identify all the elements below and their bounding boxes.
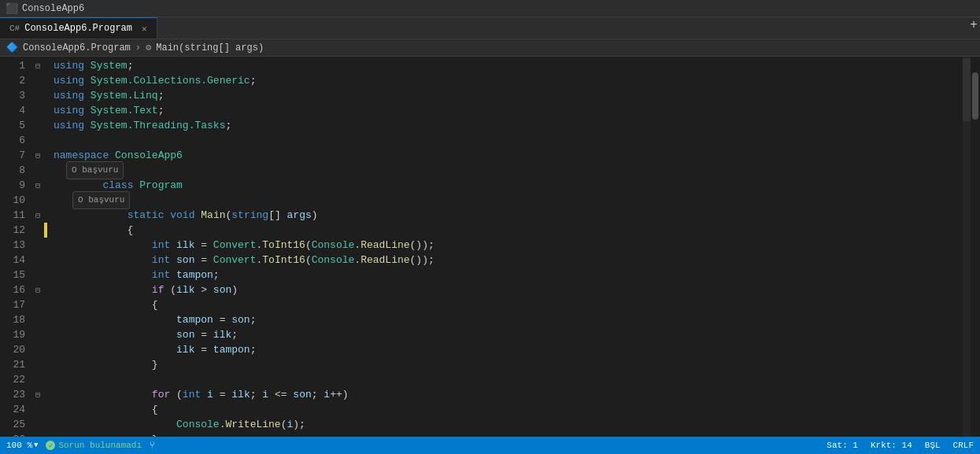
token-punct	[54, 312, 176, 327]
fold-icon-16[interactable]: ⊟	[31, 282, 44, 297]
fold-icon-23[interactable]: ⊟	[31, 387, 44, 402]
code-line-3: using System.Linq;	[54, 88, 963, 103]
token-var-name: son	[231, 312, 250, 327]
line-num-1: 1	[3, 58, 25, 73]
encoding[interactable]: BŞL	[925, 441, 941, 450]
token-punct	[201, 387, 207, 402]
cursor-column[interactable]: Krkt: 14	[871, 441, 912, 450]
tab-label: ConsoleApp6.Program	[24, 23, 132, 34]
new-tab-button[interactable]: +	[967, 19, 980, 31]
token-var-name: tampon	[176, 268, 213, 282]
scrollbar-thumb[interactable]	[972, 72, 978, 120]
token-punct: ;	[128, 58, 134, 73]
token-var-name: i	[324, 387, 330, 402]
fold-icon-7[interactable]: ⊟	[31, 148, 44, 163]
token-punct: .	[256, 253, 262, 268]
line-num-8: 8	[3, 163, 25, 178]
line-num-20: 20	[3, 342, 25, 357]
line-num-11: 11	[3, 208, 25, 223]
line-num-13: 13	[3, 238, 25, 253]
tab-close-icon[interactable]: ✕	[142, 24, 147, 34]
code-editor[interactable]: using System;using System.Collections.Ge…	[47, 57, 963, 437]
token-kw-int: int	[152, 253, 170, 268]
token-var-name: ilk	[176, 238, 194, 253]
fold-icon-8	[31, 163, 44, 178]
token-punct: >	[194, 282, 213, 297]
fold-icon-11[interactable]: ⊟	[31, 208, 44, 223]
token-punct: ++)	[330, 387, 348, 402]
app-icon: ⬛	[6, 3, 17, 14]
token-punct	[84, 58, 91, 73]
code-line-6	[54, 133, 963, 148]
token-punct	[84, 88, 91, 103]
fold-icon-18	[31, 312, 44, 327]
cursor-position[interactable]: Sat: 1	[827, 441, 858, 450]
code-line-20: ilk = tampon;	[54, 342, 963, 357]
status-bar: 100 % ▼ ✓ Sorun bulunamadı ⑂ Sat: 1 Krkt…	[0, 437, 980, 454]
token-punct: =	[194, 238, 213, 253]
token-kw-void: void	[170, 208, 194, 223]
code-line-1: using System;	[54, 58, 963, 73]
token-punct	[164, 208, 170, 223]
code-line-16: if (ilk > son)	[54, 282, 963, 297]
token-kw-int: int	[183, 387, 201, 402]
token-punct: ;	[250, 312, 257, 327]
fold-icon-1[interactable]: ⊟	[31, 58, 44, 73]
fold-icon-3	[31, 88, 44, 103]
token-var-name: tampon	[213, 342, 250, 357]
line-num-22: 22	[3, 372, 25, 387]
code-line-4: using System.Text;	[54, 103, 963, 118]
token-type-name: Console	[176, 417, 220, 432]
breadcrumb-bar: 🔷 ConsoleApp6.Program › ⚙ Main(string[] …	[0, 39, 980, 57]
token-type-name: Program	[139, 178, 183, 193]
breadcrumb-member[interactable]: Main(string[] args)	[156, 42, 264, 54]
line-num-14: 14	[3, 253, 25, 268]
token-punct	[54, 208, 128, 223]
token-type-name: Convert	[213, 238, 257, 253]
breadcrumb-namespace[interactable]: ConsoleApp6.Program	[23, 42, 131, 54]
editor-area: 1234567891011121314151617181920212223242…	[0, 57, 980, 437]
line-num-15: 15	[3, 268, 25, 282]
status-check-icon: ✓	[46, 441, 55, 450]
token-kw-if: if	[152, 282, 165, 297]
token-punct	[54, 238, 152, 253]
status-right: Sat: 1 Krkt: 14 BŞL CRLF	[827, 441, 974, 450]
token-punct	[54, 417, 176, 432]
line-numbers: 1234567891011121314151617181920212223242…	[0, 57, 31, 437]
minimap-viewport	[963, 58, 971, 121]
token-kw-static: static	[128, 208, 165, 223]
line-num-4: 4	[3, 103, 25, 118]
token-var-name: son	[213, 282, 231, 297]
line-ending[interactable]: CRLF	[953, 441, 974, 450]
line-num-18: 18	[3, 312, 25, 327]
token-punct	[54, 282, 152, 297]
zoom-value: 100 %	[6, 441, 32, 450]
token-punct: ;	[158, 88, 165, 103]
branch-icon[interactable]: ⑂	[150, 441, 155, 450]
line-num-24: 24	[3, 402, 25, 417]
token-method-name: ToInt16	[262, 253, 305, 268]
token-var-name: args	[287, 208, 312, 223]
token-punct	[84, 118, 91, 133]
status-check[interactable]: ✓ Sorun bulunamadı	[46, 441, 142, 450]
token-punct: ());	[410, 238, 435, 253]
fold-icon-24	[31, 402, 44, 417]
fold-icon-17	[31, 297, 44, 312]
code-line-23: for (int i = ilk; i <= son; i++)	[54, 387, 963, 402]
tab-program-cs[interactable]: C# ConsoleApp6.Program ✕	[0, 17, 157, 39]
fold-gutter: ⊟⊟⊟⊟⊟⊟	[31, 57, 44, 437]
breadcrumb-sep: ›	[135, 42, 141, 54]
token-punct	[54, 387, 152, 402]
token-kw-for: for	[152, 387, 170, 402]
token-var-name: i	[287, 417, 293, 432]
zoom-level[interactable]: 100 % ▼	[6, 441, 38, 450]
vertical-scrollbar[interactable]	[971, 57, 980, 437]
fold-icon-9[interactable]: ⊟	[31, 178, 44, 193]
token-punct: ;	[158, 103, 165, 118]
code-line-12: {	[54, 223, 963, 238]
token-punct: {	[54, 223, 133, 238]
fold-icon-22	[31, 372, 44, 387]
token-punct	[170, 238, 176, 253]
token-kw-using: using	[54, 73, 84, 88]
token-punct: =	[194, 342, 213, 357]
